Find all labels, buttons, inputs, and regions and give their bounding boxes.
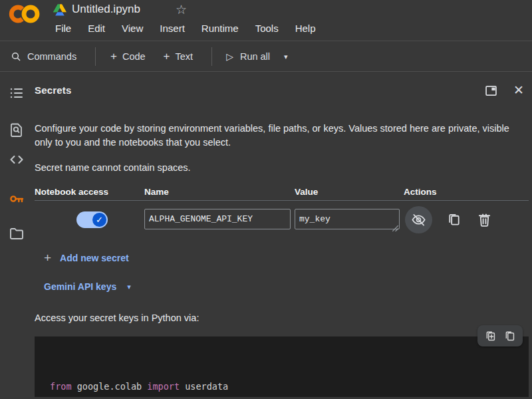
col-header-actions: Actions — [404, 187, 437, 197]
plus-icon: + — [164, 50, 170, 63]
insert-code-cell-icon[interactable] — [484, 330, 497, 342]
col-header-notebook-access: Notebook access — [35, 187, 108, 197]
panel-description: Configure your code by storing environme… — [35, 122, 511, 150]
plus-icon: + — [44, 251, 51, 264]
sidebar-item-files[interactable] — [9, 225, 25, 241]
visibility-off-icon — [411, 212, 426, 227]
check-icon: ✓ — [96, 215, 103, 224]
chevron-down-icon[interactable]: ▾ — [277, 53, 288, 61]
code-text[interactable]: from google.colab import userdata userda… — [50, 353, 228, 399]
keyword-token: from — [50, 381, 72, 392]
col-header-name: Name — [144, 187, 169, 197]
code-block-toolbar — [477, 325, 523, 346]
add-text-button[interactable]: + Text — [146, 50, 212, 63]
menu-edit[interactable]: Edit — [88, 23, 105, 34]
app-header: Untitled.ipynb ☆ File Edit View Insert R… — [0, 0, 532, 41]
colab-window: Untitled.ipynb ☆ File Edit View Insert R… — [0, 0, 532, 399]
menu-insert[interactable]: Insert — [160, 23, 185, 34]
drive-icon — [53, 4, 66, 16]
keyword-token: import — [147, 381, 180, 392]
copy-code-icon[interactable] — [503, 330, 516, 342]
add-text-label: Text — [176, 51, 194, 62]
secret-name-note: Secret name cannot contain spaces. — [35, 162, 191, 173]
sidebar-item-secrets[interactable] — [9, 191, 25, 207]
code-snippet-block: from google.colab import userdata userda… — [35, 336, 529, 397]
open-in-tab-icon[interactable] — [484, 84, 498, 98]
toggle-visibility-button[interactable] — [405, 206, 432, 233]
menu-help[interactable]: Help — [295, 23, 316, 34]
add-new-secret-label: Add new secret — [60, 253, 128, 263]
chevron-down-icon: ▾ — [127, 283, 131, 291]
menu-runtime[interactable]: Runtime — [201, 23, 239, 34]
menu-tools[interactable]: Tools — [255, 23, 279, 34]
sidebar-item-code-snippets[interactable] — [9, 152, 25, 168]
sidebar-item-find-and-replace[interactable] — [9, 122, 25, 138]
add-code-label: Code — [122, 51, 146, 62]
notebook-title[interactable]: Untitled.ipynb — [72, 3, 140, 16]
plus-icon: + — [110, 50, 117, 63]
secret-name-input[interactable] — [144, 209, 291, 229]
close-icon[interactable]: ✕ — [513, 82, 524, 98]
add-code-button[interactable]: + Code — [96, 50, 146, 63]
toggle-thumb: ✓ — [92, 213, 106, 227]
delete-secret-button[interactable] — [477, 212, 492, 227]
resize-handle-icon[interactable] — [392, 222, 398, 228]
search-icon — [11, 51, 21, 62]
commands-button[interactable]: Commands — [0, 51, 95, 62]
plain-token: google.colab — [72, 381, 148, 392]
colab-logo-icon[interactable] — [8, 5, 41, 27]
sidebar-item-table-of-contents[interactable] — [9, 85, 25, 101]
access-hint-text: Access your secret keys in Python via: — [35, 313, 199, 323]
code-line-1: from google.colab import userdata — [50, 380, 228, 393]
notebook-toolbar: Commands + Code + Text ▷ Run all ▾ — [0, 42, 532, 72]
menu-bar: File Edit View Insert Runtime Tools Help — [55, 23, 316, 34]
col-header-value: Value — [295, 187, 318, 197]
play-icon: ▷ — [226, 51, 233, 62]
run-all-button[interactable]: ▷ Run all ▾ — [212, 51, 287, 62]
menu-view[interactable]: View — [122, 23, 143, 34]
notebook-access-toggle[interactable]: ✓ — [76, 211, 108, 228]
menu-file[interactable]: File — [55, 23, 71, 34]
commands-label: Commands — [27, 51, 76, 62]
run-all-label: Run all — [240, 51, 270, 62]
panel-title: Secrets — [35, 84, 72, 96]
gemini-api-keys-dropdown[interactable]: Gemini API keys ▾ — [44, 281, 131, 292]
copy-secret-button[interactable] — [446, 212, 462, 227]
add-new-secret-button[interactable]: + Add new secret — [44, 251, 129, 264]
star-icon[interactable]: ☆ — [176, 2, 187, 17]
secrets-table-header: Notebook access Name Value Actions — [35, 187, 529, 201]
secret-value-input[interactable] — [295, 209, 400, 229]
gemini-api-keys-label: Gemini API keys — [44, 281, 116, 292]
plain-token: userdata — [180, 381, 228, 392]
